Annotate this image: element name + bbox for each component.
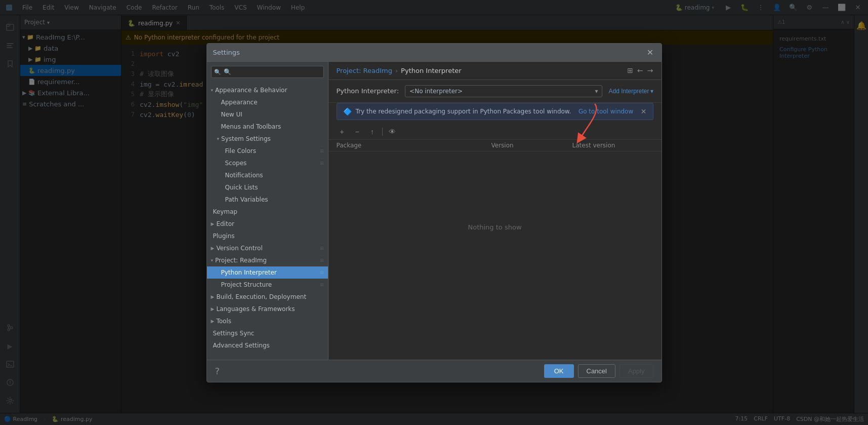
- modal-close-button[interactable]: ✕: [645, 47, 655, 57]
- nav-label: Plugins: [213, 233, 235, 240]
- breadcrumb-project[interactable]: Project: ReadImg: [337, 67, 392, 74]
- breadcrumb-sep: ›: [395, 67, 398, 74]
- breadcrumb-back[interactable]: ←: [637, 66, 643, 74]
- modal-body: 🔍 ▾ Appearance & Behavior Appearance New…: [207, 62, 662, 360]
- packages-table-header: Package Version Latest version: [328, 140, 662, 151]
- breadcrumb-icons: ⊞ ← →: [627, 66, 653, 74]
- nav-label: Appearance & Behavior: [215, 87, 287, 94]
- cancel-button[interactable]: Cancel: [578, 364, 615, 378]
- toolbar-divider: [382, 128, 383, 136]
- go-to-tool-window-link[interactable]: Go to tool window: [578, 108, 633, 115]
- nav-label: Path Variables: [225, 196, 268, 203]
- nav-label: Version Control: [216, 245, 262, 252]
- nav-label: Appearance: [221, 99, 258, 106]
- nav-editor[interactable]: ▶ Editor: [207, 218, 328, 230]
- nav-label: Settings Sync: [213, 330, 255, 337]
- nav-label: Menus and Toolbars: [221, 123, 281, 130]
- view-package-button[interactable]: 👁: [387, 126, 398, 137]
- packages-table: Package Version Latest version Nothing t…: [328, 140, 662, 360]
- search-wrap: 🔍: [211, 66, 324, 78]
- nav-notifications[interactable]: Notifications: [207, 169, 328, 181]
- nav-keymap[interactable]: Keymap: [207, 206, 328, 218]
- nav-plugins[interactable]: Plugins: [207, 230, 328, 242]
- remove-package-button[interactable]: −: [352, 126, 363, 137]
- nav-menus-toolbars[interactable]: Menus and Toolbars: [207, 121, 328, 133]
- add-interpreter-button[interactable]: Add Interpreter ▾: [608, 88, 653, 95]
- nav-settings-sync[interactable]: Settings Sync: [207, 327, 328, 339]
- footer-buttons: OK Cancel Apply: [544, 364, 653, 378]
- nav-label: Advanced Settings: [213, 342, 270, 349]
- nav-appearance-behavior[interactable]: ▾ Appearance & Behavior: [207, 84, 328, 96]
- nav-label: Languages & Frameworks: [216, 305, 295, 313]
- nav-appearance[interactable]: Appearance: [207, 96, 328, 108]
- info-banner-message: Try the redesigned packaging support in …: [356, 108, 571, 115]
- settings-tree: 🔍 ▾ Appearance & Behavior Appearance New…: [207, 62, 328, 360]
- expand-arrow: ▶: [211, 246, 215, 251]
- interpreter-value: <No interpreter>: [409, 88, 463, 95]
- modal-overlay: Settings ✕ 🔍 ▾ Appearance & Behavior: [0, 0, 868, 425]
- interpreter-select[interactable]: <No interpreter> ▾: [405, 85, 602, 97]
- breadcrumb-forward[interactable]: →: [647, 66, 653, 74]
- nav-label: Scopes: [225, 160, 247, 167]
- empty-text: Nothing to show: [468, 223, 521, 231]
- expand-arrow: ▶: [211, 306, 215, 312]
- interpreter-row: Python Interpreter: <No interpreter> ▾ A…: [328, 80, 662, 103]
- nav-tools[interactable]: ▶ Tools: [207, 315, 328, 327]
- modal-header: Settings ✕: [207, 44, 662, 62]
- nav-project-readimg[interactable]: ▾ Project: ReadImg ⊞: [207, 254, 328, 266]
- add-package-button[interactable]: +: [337, 126, 348, 137]
- info-banner: 🔷 Try the redesigned packaging support i…: [337, 103, 653, 120]
- packages-empty: Nothing to show: [328, 151, 662, 303]
- nav-languages[interactable]: ▶ Languages & Frameworks: [207, 303, 328, 315]
- add-interpreter-arrow: ▾: [650, 88, 653, 95]
- nav-label: Keymap: [213, 208, 237, 215]
- nav-python-interpreter[interactable]: Python Interpreter ⊞: [207, 266, 328, 279]
- nav-system-settings[interactable]: ▾ System Settings: [207, 133, 328, 145]
- nav-quick-lists[interactable]: Quick Lists: [207, 181, 328, 194]
- info-banner-close-button[interactable]: ✕: [641, 107, 647, 115]
- nav-advanced-settings[interactable]: Advanced Settings: [207, 339, 328, 352]
- nav-label: Project Structure: [221, 281, 272, 288]
- nav-label: System Settings: [221, 135, 271, 142]
- nav-label: Notifications: [225, 172, 263, 179]
- packages-toolbar: + − ↑ 👁: [328, 124, 662, 140]
- expand-arrow: ▾: [217, 136, 220, 141]
- expand-arrow: ▶: [211, 221, 215, 226]
- breadcrumb-icon-edit[interactable]: ⊞: [627, 66, 633, 74]
- nav-build[interactable]: ▶ Build, Execution, Deployment: [207, 291, 328, 303]
- nav-label: Editor: [216, 220, 234, 227]
- upgrade-package-button[interactable]: ↑: [367, 126, 378, 137]
- nav-label: Project: ReadImg: [215, 257, 267, 264]
- expand-arrow: ▾: [211, 88, 214, 93]
- info-icon: 🔷: [343, 107, 352, 115]
- col-package: Package: [337, 142, 491, 149]
- ok-button[interactable]: OK: [544, 364, 574, 378]
- expand-arrow: ▶: [211, 319, 215, 324]
- nav-file-colors[interactable]: File Colors ⊞: [207, 145, 328, 157]
- modal-title: Settings: [213, 49, 240, 56]
- modal-footer: ? OK Cancel Apply: [207, 360, 662, 382]
- settings-search-input[interactable]: [211, 66, 324, 78]
- select-arrow: ▾: [595, 88, 598, 95]
- nav-new-ui[interactable]: New UI: [207, 108, 328, 121]
- settings-breadcrumb: Project: ReadImg › Python Interpreter ⊞ …: [328, 62, 662, 80]
- breadcrumb-current: Python Interpreter: [401, 67, 461, 74]
- col-version: Version: [491, 142, 572, 149]
- help-button[interactable]: ?: [215, 366, 220, 376]
- settings-search-area: 🔍: [207, 62, 328, 82]
- nav-scopes[interactable]: Scopes ⊞: [207, 157, 328, 169]
- nav-path-variables[interactable]: Path Variables: [207, 194, 328, 206]
- nav-label: Tools: [216, 318, 231, 325]
- nav-label: Quick Lists: [225, 184, 258, 191]
- nav-label: New UI: [221, 111, 242, 118]
- settings-modal: Settings ✕ 🔍 ▾ Appearance & Behavior: [206, 43, 662, 382]
- nav-version-control[interactable]: ▶ Version Control ⊞: [207, 242, 328, 254]
- settings-nav: ▾ Appearance & Behavior Appearance New U…: [207, 82, 328, 360]
- col-latest: Latest version: [572, 142, 653, 149]
- apply-button[interactable]: Apply: [619, 364, 653, 378]
- nav-project-structure[interactable]: Project Structure ⊞: [207, 279, 328, 291]
- nav-label: Python Interpreter: [221, 269, 277, 276]
- interpreter-label: Python Interpreter:: [337, 87, 399, 95]
- nav-label: File Colors: [225, 147, 256, 154]
- settings-content: Project: ReadImg › Python Interpreter ⊞ …: [328, 62, 662, 360]
